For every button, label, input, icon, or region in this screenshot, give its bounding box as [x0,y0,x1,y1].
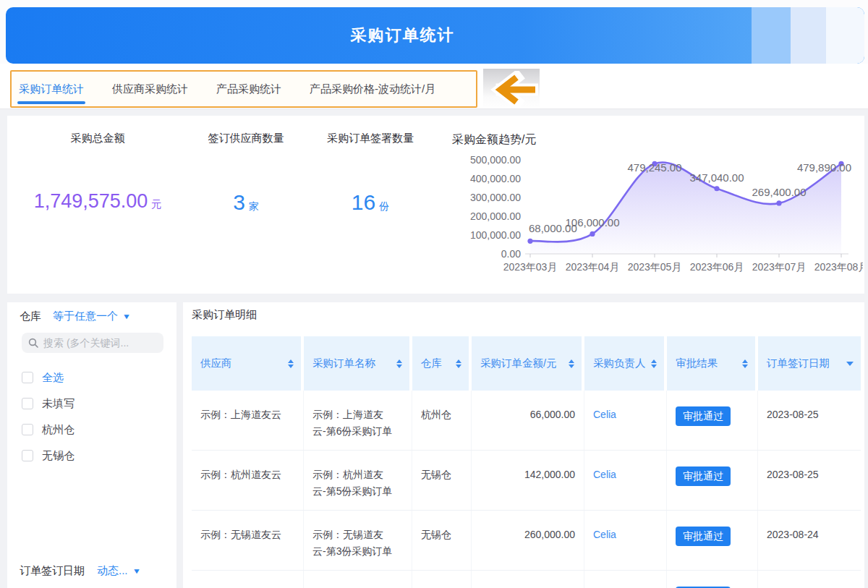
column-header-4[interactable]: 采购订单金额/元 [472,336,584,391]
sort-icon[interactable] [846,362,854,366]
data-label: 106,000.00 [565,216,619,229]
x-tick-label: 2023年08月 [814,261,863,273]
trend-chart-svg: 0.00100,000.00200,000.00300,000.00400,00… [454,149,863,288]
checkbox[interactable] [22,450,33,461]
y-tick-label: 0.00 [501,248,521,260]
stat-label: 签订供应商数量 [174,132,318,145]
order-date-operator-dropdown[interactable]: 动态... ▼ [97,564,140,578]
y-tick-label: 300,000.00 [470,192,521,203]
checkbox[interactable] [22,424,33,435]
sort-icon[interactable] [569,359,574,368]
cell-supplier: 示例：上海道友云 [192,391,304,450]
tab-2[interactable]: 供应商采购统计 [112,72,188,106]
cell-amount: 142,000.00 [472,451,584,510]
owner-link[interactable]: Celia [593,469,616,480]
column-header-5[interactable]: 采购负责人 [584,336,667,391]
warehouse-search-input[interactable] [43,337,152,349]
cell-date: 2023-08-25 [758,451,861,510]
column-label: 仓库 [421,357,442,370]
cell-order-name: 示例：上海道友云-第6份采购订单 [304,391,412,450]
owner-link[interactable]: Celia [593,409,616,420]
sort-asc-icon [569,359,574,363]
column-header-3[interactable]: 仓库 [412,336,472,391]
sort-icon[interactable] [651,359,657,368]
y-tick-label: 100,000.00 [470,229,521,241]
owner-link[interactable]: Celia [593,529,616,540]
tab-1[interactable]: 采购订单统计 [19,72,84,106]
checkbox[interactable] [22,372,33,383]
checkbox[interactable] [22,398,33,409]
cell-amount: 260,000.00 [472,511,584,570]
arrow-left-icon [485,71,538,108]
stat-unit: 家 [249,200,259,212]
sort-icon[interactable] [456,359,461,368]
cell-order-name: 示例：杭州道友云-第5份采购订单 [304,451,412,510]
data-point[interactable] [714,186,719,191]
table-body: 示例：上海道友云示例：上海道友云-第6份采购订单杭州仓66,000.00Celi… [192,391,861,588]
stat-card-2: 签订供应商数量3家 [174,132,318,215]
page-header: 采购订单统计 [6,7,864,64]
stat-value: 1,749,575.00元 [14,190,181,213]
column-label: 订单签订日期 [767,357,830,370]
cell-amount: 71,000.00 [472,571,584,588]
column-header-2[interactable]: 采购订单名称 [304,336,412,391]
table-row: 示例：杭州道友云示例：杭州道友云-第5份采购订单无锡仓142,000.00Cel… [192,451,861,511]
tab-bar: 采购订单统计供应商采购统计产品采购统计产品采购价格-波动统计/月 [10,70,477,108]
cell-supplier: 示例：杭州道友云 [192,451,304,510]
cell-approval: 审批通过 [667,571,758,588]
sort-icon[interactable] [396,359,402,368]
cell-warehouse: 杭州仓 [412,391,472,450]
warehouse-option-4[interactable]: 无锡仓 [22,443,75,469]
sort-icon[interactable] [742,359,748,368]
option-label: 无锡仓 [42,449,75,463]
warehouse-option-3[interactable]: 杭州仓 [22,417,75,443]
data-point[interactable] [527,239,532,244]
approval-status-badge: 审批通过 [676,527,731,546]
sort-asc-icon [651,359,657,363]
stat-value: 16份 [305,190,435,215]
sort-asc-icon [742,359,748,363]
sort-asc-icon [396,359,402,363]
warehouse-option-2[interactable]: 未填写 [22,391,75,417]
warehouse-option-1[interactable]: 全选 [22,365,75,391]
table-header-row: 供应商采购订单名称仓库采购订单金额/元采购负责人审批结果订单签订日期 [192,336,861,391]
column-header-7[interactable]: 订单签订日期 [758,336,861,391]
y-tick-label: 200,000.00 [470,210,521,222]
warehouse-operator-value: 等于任意一个 [53,310,118,323]
warehouse-operator-dropdown[interactable]: 等于任意一个 ▼ [53,310,130,323]
sort-desc-icon [396,365,402,368]
column-header-6[interactable]: 审批结果 [667,336,758,391]
tab-4[interactable]: 产品采购价格-波动统计/月 [310,72,435,106]
cell-order-name: 示例：杭州道友 [304,571,412,588]
stat-value: 3家 [174,190,318,215]
data-label: 479,890.00 [797,161,851,174]
warehouse-search-box[interactable] [22,333,163,353]
header-decor-block-3 [826,7,864,64]
approval-status-badge: 审批通过 [676,406,731,426]
stat-label: 采购总金额 [14,132,181,145]
column-label: 采购订单金额/元 [480,357,557,370]
stat-unit: 份 [379,200,389,212]
x-tick-label: 2023年06月 [690,261,744,273]
column-label: 审批结果 [676,357,718,370]
sort-icon[interactable] [288,359,294,368]
x-tick-label: 2023年05月 [628,261,682,273]
cell-supplier: 示例：杭州道友云 [192,571,304,588]
table-title: 采购订单明细 [192,308,257,322]
cell-approval: 审批通过 [667,391,758,450]
tab-3[interactable]: 产品采购统计 [216,72,281,106]
stat-number: 16 [352,190,375,214]
order-table-panel: 采购订单明细 供应商采购订单名称仓库采购订单金额/元采购负责人审批结果订单签订日… [183,302,864,588]
data-point[interactable] [590,231,595,237]
x-tick-label: 2023年03月 [503,261,558,273]
column-header-1[interactable]: 供应商 [192,336,304,391]
stats-panel: 采购总金额1,749,575.00元签订供应商数量3家采购订单签署数量16份 采… [7,116,864,294]
data-label: 269,400.00 [752,186,806,198]
stat-number: 1,749,575.00 [34,190,148,212]
table-row: 示例：上海道友云示例：上海道友云-第6份采购订单杭州仓66,000.00Celi… [192,391,861,451]
warehouse-filter-label: 仓库 [20,310,41,323]
option-label: 全选 [42,371,64,385]
sort-asc-icon [288,359,294,363]
trend-line-chart[interactable]: 0.00100,000.00200,000.00300,000.00400,00… [454,149,863,288]
data-point[interactable] [776,200,781,205]
